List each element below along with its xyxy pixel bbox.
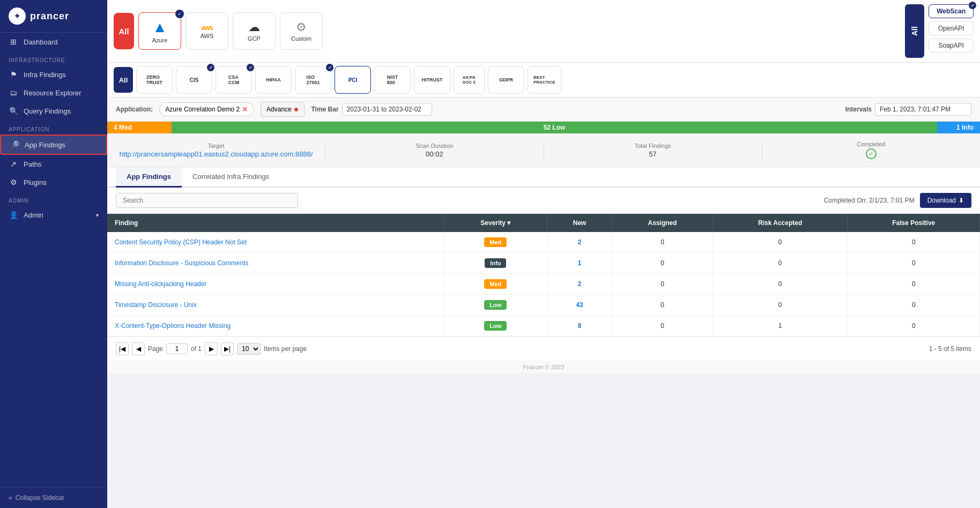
tab-app-findings[interactable]: App Findings: [116, 167, 182, 188]
openapi-button[interactable]: OpenAPI: [929, 21, 974, 35]
plugins-icon: ⚙: [9, 178, 18, 186]
cell-finding[interactable]: X-Content-Type-Options Header Missing: [107, 316, 444, 337]
standards-all-button[interactable]: All: [114, 67, 133, 93]
sidebar-item-app-findings[interactable]: 🔎 App Findings: [0, 135, 107, 155]
std-nist800[interactable]: NIST800: [374, 66, 411, 94]
std-soc2[interactable]: AICPASOC 2: [454, 66, 485, 94]
csaccm-check: ✓: [247, 64, 254, 71]
std-csa-ccm[interactable]: ✓ CSACCM: [216, 66, 252, 94]
page-prev-button[interactable]: ◀: [132, 342, 145, 355]
table-container: Finding Severity ▾ New Assigned Risk Acc…: [107, 214, 980, 337]
table-row: X-Content-Type-Options Header Missing Lo…: [107, 316, 980, 337]
std-zero-trust[interactable]: ZEROTRUST: [136, 66, 173, 94]
cloud-card-gcp[interactable]: ☁ GCP: [233, 12, 276, 50]
cell-false-positive: 0: [848, 253, 980, 274]
collapse-sidebar-button[interactable]: « Collapse Sidebar: [0, 487, 107, 508]
page-next-button[interactable]: ▶: [205, 342, 218, 355]
cell-assigned: 0: [612, 274, 713, 295]
page-input[interactable]: [166, 343, 188, 354]
sidebar-item-label: Query Findings: [24, 107, 71, 115]
per-page-select[interactable]: 10 25 50: [237, 343, 261, 355]
total-label: Total Findings: [544, 143, 762, 149]
duration-value: 00:02: [325, 150, 543, 158]
cell-assigned: 0: [612, 253, 713, 274]
page-label: Page: [148, 345, 163, 353]
items-per-page-label: Items per page: [264, 345, 307, 353]
cloud-all-button[interactable]: All: [114, 13, 134, 49]
search-input[interactable]: [116, 193, 298, 208]
filter-bar: Application: Azure Correlation Demo 2 ✕ …: [107, 98, 980, 122]
tab-correlated-label: Correlated Infra Findings: [192, 173, 269, 181]
download-button[interactable]: Download ⬇: [920, 193, 971, 208]
new-count: 2: [578, 280, 582, 288]
cell-finding[interactable]: Information Disclosure - Suspicious Comm…: [107, 253, 444, 274]
sidebar-item-admin[interactable]: 👤 Admin ▾: [0, 206, 107, 224]
page-first-button[interactable]: |◀: [116, 342, 129, 355]
std-best-practice[interactable]: BESTPRACTICE: [528, 66, 561, 94]
page-last-button[interactable]: ▶|: [221, 342, 234, 355]
std-iso27001[interactable]: ✓ ISO27001: [295, 66, 331, 94]
sidebar-item-query-findings[interactable]: 🔍 Query Findings: [0, 102, 107, 120]
cell-finding[interactable]: Missing Anti-clickjacking Header: [107, 274, 444, 295]
sidebar-item-label: Admin: [24, 211, 43, 219]
infra-findings-icon: ⚑: [9, 70, 18, 79]
cloud-card-aws[interactable]: aws AWS: [185, 12, 228, 50]
cell-risk-accepted: 0: [712, 295, 848, 316]
target-value: http://prancersampleapp01.eastus2.clouda…: [107, 150, 325, 158]
sidebar-item-resource-explorer[interactable]: 🗂 Resource Explorer: [0, 84, 107, 102]
table-actions: Completed On: 2/1/23, 7:01 PM Download ⬇: [824, 193, 971, 208]
col-new: New: [547, 214, 612, 232]
cell-false-positive: 0: [848, 295, 980, 316]
std-hipaa[interactable]: HIPAA: [255, 66, 292, 94]
tab-correlated-infra[interactable]: Correlated Infra Findings: [182, 167, 280, 188]
std-pci[interactable]: PCI: [335, 66, 371, 94]
azure-label: Azure: [152, 37, 168, 43]
severity-med-label: 4 Med: [114, 124, 132, 131]
timebar-label: Time Bar: [311, 106, 338, 113]
std-cis[interactable]: ✓ CIS: [176, 66, 212, 94]
cell-severity: Med: [444, 232, 547, 253]
sidebar-item-dashboard[interactable]: ⊞ Dashboard: [0, 33, 107, 51]
soapapi-button[interactable]: SoapAPI: [929, 39, 974, 53]
timebar-input[interactable]: [342, 103, 432, 116]
cell-severity: Med: [444, 274, 547, 295]
sidebar-item-paths[interactable]: ↗ Paths: [0, 155, 107, 173]
cloud-card-custom[interactable]: ⚙ Custom: [280, 12, 323, 50]
std-hitrust[interactable]: HITRUST: [414, 66, 450, 94]
cell-severity: Low: [444, 316, 547, 337]
sidebar-item-plugins[interactable]: ⚙ Plugins: [0, 173, 107, 191]
severity-badge: Med: [484, 279, 507, 289]
sidebar-item-infra-findings[interactable]: ⚑ Infra Findings: [0, 65, 107, 84]
advance-dot-icon: ●: [294, 104, 299, 114]
cloud-providers-bar: All ✓ ▲ Azure aws AWS ☁ GCP ⚙ Custom All: [107, 0, 980, 63]
severity-badge: Low: [484, 300, 507, 310]
std-gdpr[interactable]: GDPR: [488, 66, 524, 94]
advance-button[interactable]: Advance ●: [261, 102, 305, 117]
col-assigned: Assigned: [612, 214, 713, 232]
azure-logo: ▲: [152, 19, 167, 36]
scan-target: Target http://prancersampleapp01.eastus2…: [107, 140, 325, 160]
cloud-card-azure[interactable]: ✓ ▲ Azure: [138, 12, 181, 50]
intervals-input[interactable]: [875, 103, 971, 116]
footer-text: Prancer © 2023: [523, 364, 564, 370]
intervals-section: Intervals: [845, 103, 971, 116]
application-chip[interactable]: Azure Correlation Demo 2 ✕: [159, 102, 254, 116]
status-label: Completed: [762, 141, 980, 147]
severity-med: 4 Med: [107, 122, 172, 133]
cell-new: 2: [547, 274, 612, 295]
severity-low-label: 52 Low: [544, 124, 566, 131]
cell-new: 8: [547, 316, 612, 337]
table-header-row: Finding Severity ▾ New Assigned Risk Acc…: [107, 214, 980, 232]
cell-finding[interactable]: Content Security Policy (CSP) Header Not…: [107, 232, 444, 253]
sidebar-item-label: Resource Explorer: [24, 89, 81, 97]
collapse-icon: «: [9, 494, 12, 502]
col-finding[interactable]: Finding: [107, 214, 444, 232]
col-false-positive: False Positive: [848, 214, 980, 232]
pagination-summary: 1 - 5 of 5 items: [929, 345, 971, 353]
admin-icon: 👤: [9, 211, 18, 219]
scan-all-button[interactable]: All: [905, 4, 924, 58]
remove-application-icon[interactable]: ✕: [242, 105, 248, 114]
webscan-button[interactable]: ✓ WebScan: [929, 4, 974, 18]
col-severity[interactable]: Severity ▾: [444, 214, 547, 232]
cell-finding[interactable]: Timestamp Disclosure - Unix: [107, 295, 444, 316]
